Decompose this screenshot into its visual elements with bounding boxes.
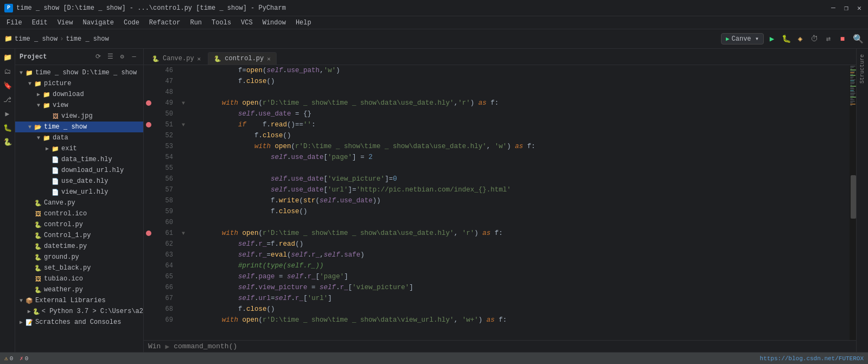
linenum-64: 64 xyxy=(154,260,175,271)
menu-file[interactable]: File xyxy=(2,18,27,28)
linenum-59: 59 xyxy=(154,206,175,217)
maximize-button[interactable]: ❐ xyxy=(842,4,851,12)
tree-root[interactable]: ▼ 📁 time _ show D:\time _ show xyxy=(15,67,143,78)
vtab-structure[interactable]: 🗂 xyxy=(1,65,14,78)
tab-canve-close[interactable]: ✕ xyxy=(197,55,201,62)
profile-button[interactable]: ⏱ xyxy=(808,33,820,45)
linenum-58: 58 xyxy=(154,195,175,206)
vtab-git[interactable]: ⎇ xyxy=(1,93,14,106)
linenum-54: 54 xyxy=(154,152,175,163)
menu-navigate[interactable]: Navigate xyxy=(78,18,118,28)
linenum-46: 46 xyxy=(154,65,175,76)
status-errors[interactable]: ✗ 0 xyxy=(20,355,28,362)
bottom-method[interactable]: command_month() xyxy=(174,342,237,350)
minimap[interactable] xyxy=(850,65,856,340)
vtab-python[interactable]: 🐍 xyxy=(1,136,14,149)
close-button[interactable]: ✕ xyxy=(855,4,864,12)
tab-control-label: control.py xyxy=(225,55,264,62)
tree-file-control-py[interactable]: 🐍 control.py xyxy=(15,219,143,230)
tree-external-libs[interactable]: ▼ 📦 External Libraries xyxy=(15,295,143,306)
tree-file-use-date-hly[interactable]: 📄 use_date.hly xyxy=(15,176,143,187)
fold-64 xyxy=(180,260,187,271)
code-line-65: self.page = self.r_['page'] xyxy=(189,271,850,282)
tree-folder-time-show[interactable]: ▼ 📂 time _ show xyxy=(15,122,143,132)
fold-61[interactable]: ▼ xyxy=(180,228,187,239)
tree-file-weather-py[interactable]: 🐍 weather.py xyxy=(15,284,143,295)
breadcrumb-sep1: › xyxy=(60,35,63,43)
tree-file-download-url-hly[interactable]: 📄 download_url.hly xyxy=(15,165,143,176)
vtab-bookmarks[interactable]: 🔖 xyxy=(1,79,14,92)
linenum-52: 52 xyxy=(154,130,175,141)
bp-slot-49[interactable] xyxy=(144,98,154,108)
minimize-button[interactable]: — xyxy=(829,4,838,12)
bp-slot-60 xyxy=(144,217,154,228)
code-line-59: f.close() xyxy=(189,206,850,217)
tree-folder-data[interactable]: ▼ 📁 data xyxy=(15,132,143,143)
fold-49[interactable]: ▼ xyxy=(180,98,187,108)
tree-file-control-ico[interactable]: 🖼 control.ico xyxy=(15,208,143,219)
tree-folder-view[interactable]: ▼ 📁 view xyxy=(15,100,143,111)
tab-control-py[interactable]: 🐍 control.py ✕ xyxy=(208,52,277,65)
status-warnings[interactable]: ⚠ 0 xyxy=(4,355,13,362)
bp-slot-51[interactable] xyxy=(144,119,154,130)
left-vertical-tabs: 📁 🗂 🔖 ⎇ ▶ 🐛 🐍 xyxy=(0,49,15,352)
tree-file-tubiao-ico[interactable]: 🖼 tubiao.ico xyxy=(15,273,143,284)
tree-file-set-black-py[interactable]: 🐍 set_black.py xyxy=(15,263,143,273)
tree-file-control1-py[interactable]: 🐍 Control_1.py xyxy=(15,230,143,241)
menu-edit[interactable]: Edit xyxy=(28,18,52,28)
tab-canve-py[interactable]: 🐍 Canve.py ✕ xyxy=(146,52,207,65)
tree-file-view-url-hly[interactable]: 📄 view_url.hly xyxy=(15,187,143,197)
vtab-run[interactable]: ▶ xyxy=(1,107,14,120)
coverage-button[interactable]: ◈ xyxy=(794,33,806,45)
fold-50 xyxy=(180,108,187,119)
breadcrumb-folder[interactable]: time _ show xyxy=(66,35,108,43)
rvtab-structure[interactable]: Structure xyxy=(857,51,867,87)
tree-file-ground-py[interactable]: 🐍 ground.py xyxy=(15,252,143,263)
run-config-selector[interactable]: ▶ Canve ▾ xyxy=(721,33,764,44)
panel-settings-btn[interactable]: ⚙ xyxy=(117,52,127,62)
panel-collapse-btn[interactable]: ☰ xyxy=(105,52,115,62)
bp-slot-61[interactable] xyxy=(144,228,154,239)
tree-folder-download[interactable]: ▶ 📁 download xyxy=(15,89,143,100)
search-button[interactable]: 🔍 xyxy=(853,34,864,44)
panel-sync-btn[interactable]: ⟳ xyxy=(93,52,103,62)
tree-python-lib[interactable]: ▶ 🐍 < Python 3.7 > C:\Users\a2 xyxy=(15,306,143,317)
menu-tools[interactable]: Tools xyxy=(207,18,235,28)
debug-button[interactable]: 🐛 xyxy=(780,33,792,45)
linenum-50: 50 xyxy=(154,108,175,119)
bp-slot-55 xyxy=(144,163,154,174)
fold-51[interactable]: ▼ xyxy=(180,119,187,130)
bottom-panel: Win ▶ command_month() xyxy=(144,340,856,352)
menu-help[interactable]: Help xyxy=(291,18,316,28)
tree-file-data-time-hly[interactable]: 📄 data_time.hly xyxy=(15,154,143,165)
bp-slot-59 xyxy=(144,206,154,217)
panel-close-btn[interactable]: — xyxy=(129,52,139,62)
concurrency-button[interactable]: ⇄ xyxy=(822,33,834,45)
tree-file-datetime-py[interactable]: 🐍 datetime.py xyxy=(15,241,143,252)
linenum-69: 69 xyxy=(154,315,175,325)
menu-vcs[interactable]: VCS xyxy=(237,18,257,28)
stop-button[interactable]: ■ xyxy=(837,33,848,45)
menu-view[interactable]: View xyxy=(53,18,78,28)
app-icon: P xyxy=(4,4,13,12)
status-right: https://blog.csdn.net/FUTEROX xyxy=(760,355,864,362)
run-button[interactable]: ▶ xyxy=(766,33,778,45)
menu-window[interactable]: Window xyxy=(258,18,290,28)
tree-file-view-jpg[interactable]: 🖼 view.jpg xyxy=(15,111,143,122)
tree-folder-picture[interactable]: ▼ 📁 picture xyxy=(15,78,143,89)
menu-code[interactable]: Code xyxy=(119,18,144,28)
vtab-project[interactable]: 📁 xyxy=(1,51,14,64)
breadcrumb-project[interactable]: time _ show xyxy=(15,35,58,43)
tree-file-canve-py[interactable]: 🐍 Canve.py xyxy=(15,197,143,208)
tree-scratches[interactable]: ▶ 📝 Scratches and Consoles xyxy=(15,317,143,328)
menu-refactor[interactable]: Refactor xyxy=(145,18,185,28)
vtab-debug[interactable]: 🐛 xyxy=(1,122,14,135)
error-icon: ✗ xyxy=(20,355,23,362)
menu-run[interactable]: Run xyxy=(186,18,206,28)
code-content[interactable]: f=open(self.use_path,'w') f.close() with… xyxy=(187,65,850,340)
window-controls: — ❐ ✕ xyxy=(829,4,864,12)
linenum-57: 57 xyxy=(154,184,175,195)
panel-header: Project ⟳ ☰ ⚙ — xyxy=(15,49,143,65)
tree-folder-exit[interactable]: ▶ 📁 exit xyxy=(15,143,143,154)
tab-control-close[interactable]: ✕ xyxy=(267,55,271,62)
